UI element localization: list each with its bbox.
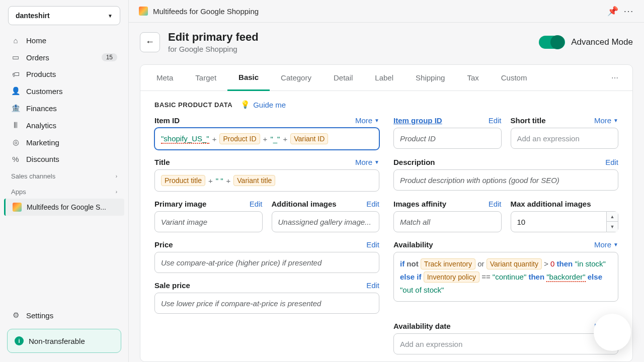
label-additional-images: Additional images (272, 200, 337, 208)
more-item-id[interactable]: More ▼ (355, 116, 379, 125)
additional-images-input[interactable]: Unassigned gallery image... (272, 211, 380, 232)
max-additional-input[interactable]: 10 ▲▼ (511, 211, 619, 232)
nav-label: Analytics (26, 121, 56, 130)
images-affinity-input[interactable]: Match all (393, 211, 502, 232)
discount-icon: % (11, 155, 20, 163)
nav-label: Customers (26, 87, 63, 96)
page-header: ← Edit primary feed for Google Shopping … (129, 23, 644, 59)
step-up[interactable]: ▲ (607, 212, 618, 222)
price-input[interactable]: Use compare-at-price (higher price) if p… (154, 252, 379, 273)
nav-analytics[interactable]: 𝄃𝄃Analytics (4, 117, 124, 134)
tab-label[interactable]: Label (364, 65, 405, 90)
store-selector[interactable]: danteshirt ▼ (8, 6, 120, 25)
help-fab[interactable] (594, 314, 631, 351)
sidebar: danteshirt ▼ ⌂Home ▭Orders15 🏷Products 👤… (0, 0, 129, 362)
app-logo-icon (13, 203, 22, 212)
sidebar-item-multifeeds[interactable]: Multifeeds for Google S... (4, 199, 124, 216)
tab-category[interactable]: Category (270, 65, 323, 90)
edit-price[interactable]: Edit (366, 240, 379, 249)
more-icon[interactable]: ⋯ (623, 5, 634, 17)
info-card: iNon-transferable (7, 329, 121, 353)
label-availability-date: Availability date (393, 322, 451, 330)
tag-icon: 🏷 (11, 70, 20, 78)
nav-marketing[interactable]: ◎Marketing (4, 134, 124, 151)
edit-description[interactable]: Edit (605, 158, 618, 166)
tab-meta[interactable]: Meta (145, 65, 184, 90)
availability-input[interactable]: if not Track inventory or Variant quanti… (393, 252, 618, 302)
nav-customers[interactable]: 👤Customers (4, 82, 124, 100)
tab-target[interactable]: Target (184, 65, 227, 90)
feed-card: Meta Target Basic Category Detail Label … (140, 64, 633, 362)
orders-icon: ▭ (11, 53, 20, 62)
tab-detail[interactable]: Detail (323, 65, 364, 90)
label-title: Title (154, 158, 170, 166)
short-title-input[interactable]: Add an expression (511, 128, 619, 149)
nav-label: Finances (26, 104, 57, 113)
caret-down-icon: ▼ (374, 118, 379, 123)
label-max-additional: Max additional images (511, 200, 591, 208)
home-icon: ⌂ (11, 36, 20, 45)
lightbulb-icon: 💡 (240, 100, 250, 109)
tab-basic[interactable]: Basic (227, 65, 270, 91)
section-title: BASIC PRODUCT DATA (154, 101, 232, 109)
nav-label: Settings (26, 311, 53, 320)
more-availability[interactable]: More ▼ (594, 240, 618, 249)
more-title[interactable]: More ▼ (355, 158, 379, 166)
advanced-mode-toggle[interactable] (539, 36, 565, 49)
advanced-mode-label: Advanced Mode (571, 37, 633, 47)
more-short-title[interactable]: More ▼ (594, 116, 618, 125)
label-item-id: Item ID (154, 116, 180, 125)
page-subtitle: for Google Shopping (168, 45, 259, 53)
gear-icon: ⚙ (11, 311, 20, 320)
tab-custom[interactable]: Custom (490, 65, 538, 90)
nav-finances[interactable]: 🏦Finances (4, 100, 124, 117)
tab-tax[interactable]: Tax (456, 65, 490, 90)
nav-label: Products (26, 70, 56, 78)
topbar: Multifeeds for Google Shopping 📌 ⋯ (129, 0, 644, 23)
app-logo-icon (139, 7, 148, 16)
store-name: danteshirt (16, 12, 50, 20)
back-button[interactable]: ← (140, 32, 160, 52)
item-id-input[interactable]: "shopify_US_"+ Product ID+ "_"+ Variant … (154, 128, 379, 150)
caret-down-icon: ▼ (374, 159, 379, 165)
person-icon: 👤 (11, 86, 20, 96)
pin-icon[interactable]: 📌 (607, 6, 618, 17)
label-availability: Availability (393, 240, 433, 249)
label-item-group-id[interactable]: Item group ID (393, 116, 442, 125)
chart-icon: 𝄃𝄃 (11, 121, 20, 130)
step-down[interactable]: ▼ (607, 222, 618, 232)
title-input[interactable]: Product title+ " "+ Variant title (154, 169, 379, 192)
tab-shipping[interactable]: Shipping (405, 65, 456, 90)
nav-settings[interactable]: ⚙Settings (4, 307, 124, 324)
edit-images-affinity[interactable]: Edit (489, 200, 502, 208)
tabs-overflow[interactable]: ⋯ (603, 69, 627, 87)
nav-discounts[interactable]: %Discounts (4, 151, 124, 167)
nav-section-sales[interactable]: Sales channels› (4, 167, 124, 183)
edit-additional-images[interactable]: Edit (366, 200, 379, 208)
chevron-right-icon: › (116, 173, 117, 179)
nav-home[interactable]: ⌂Home (4, 32, 124, 49)
item-group-id-input[interactable]: Product ID (393, 128, 502, 149)
label-short-title: Short title (511, 116, 546, 125)
primary-image-input[interactable]: Variant image (154, 211, 263, 232)
sale-price-input[interactable]: Use lower price if compare-at-price is p… (154, 293, 379, 314)
chevron-down-icon: ▼ (108, 13, 113, 19)
nav-section-apps[interactable]: Apps› (4, 183, 124, 199)
edit-sale-price[interactable]: Edit (366, 281, 379, 290)
edit-primary-image[interactable]: Edit (250, 200, 263, 208)
nav-products[interactable]: 🏷Products (4, 66, 124, 82)
edit-item-group-id[interactable]: Edit (489, 116, 502, 125)
info-text: Non-transferable (29, 337, 85, 345)
availability-date-input[interactable]: Add an expression (393, 333, 618, 354)
bank-icon: 🏦 (11, 104, 20, 113)
guide-me-link[interactable]: 💡Guide me (240, 100, 286, 109)
target-icon: ◎ (11, 138, 20, 147)
label-primary-image: Primary image (154, 200, 206, 208)
main: Multifeeds for Google Shopping 📌 ⋯ ← Edi… (129, 0, 644, 362)
orders-badge: 15 (102, 53, 117, 61)
nav-label: Discounts (26, 155, 59, 163)
app-item-label: Multifeeds for Google S... (27, 203, 106, 211)
description-input[interactable]: Product description with options (good f… (393, 169, 618, 191)
nav-orders[interactable]: ▭Orders15 (4, 49, 124, 66)
nav-label: Home (26, 36, 46, 45)
